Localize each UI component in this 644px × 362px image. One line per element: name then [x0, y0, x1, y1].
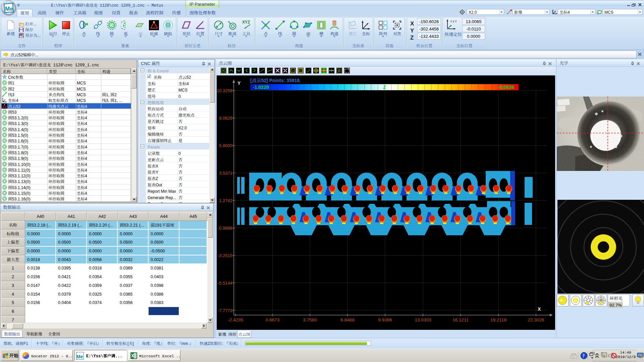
svg-text:?: ? — [582, 353, 585, 358]
svg-text:Y: Y — [237, 80, 241, 86]
svg-text:XYZ: XYZ — [242, 20, 250, 24]
svg-text:X: X — [538, 306, 541, 312]
svg-text:13.0303: 13.0303 — [415, 317, 431, 322]
svg-text:[点云52] Points: 35918.: [点云52] Points: 35918. — [250, 77, 301, 83]
svg-text:16.1211: 16.1211 — [452, 317, 469, 322]
svg-text:-2.4235: -2.4235 — [228, 317, 243, 322]
svg-text:-5.5144: -5.5144 — [218, 281, 232, 286]
svg-text:5.8000: 5.8000 — [219, 143, 232, 148]
svg-text:1.2742: 1.2742 — [219, 198, 232, 203]
svg-text:10.3258: 10.3258 — [217, 88, 232, 93]
svg-text:9.9396: 9.9396 — [378, 317, 392, 322]
svg-text:-1.0220: -1.0220 — [253, 84, 269, 90]
svg-text:19.2118: 19.2118 — [490, 317, 506, 322]
svg-text:!: ! — [603, 355, 604, 358]
svg-text:-0.0636: -0.0636 — [498, 84, 515, 90]
svg-text:3.5371: 3.5371 — [219, 171, 232, 176]
svg-text:22.3026: 22.3026 — [528, 317, 544, 322]
svg-text:R: R — [338, 69, 340, 73]
svg-text:8.0629: 8.0629 — [219, 116, 232, 121]
svg-text:-3.2515: -3.2515 — [218, 253, 232, 258]
svg-text:0.6673: 0.6673 — [266, 317, 279, 322]
svg-text:Me: Me — [5, 6, 13, 12]
svg-text:-7.7773: -7.7773 — [218, 308, 232, 313]
svg-text:x y z: x y z — [450, 19, 457, 23]
svg-text:3.7580: 3.7580 — [303, 317, 317, 322]
svg-text:6.8488: 6.8488 — [340, 317, 354, 322]
svg-text:Z: Z — [383, 84, 386, 90]
svg-text:-0.9886: -0.9886 — [218, 226, 232, 231]
